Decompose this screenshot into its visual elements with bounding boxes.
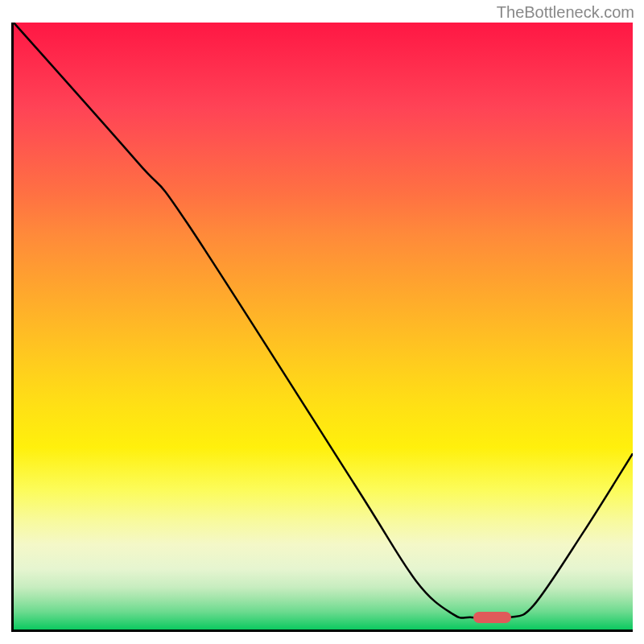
bottleneck-curve (14, 23, 633, 630)
watermark-text: TheBottleneck.com (497, 3, 634, 22)
optimal-range-marker (473, 612, 510, 623)
chart-plot-area (11, 23, 633, 632)
